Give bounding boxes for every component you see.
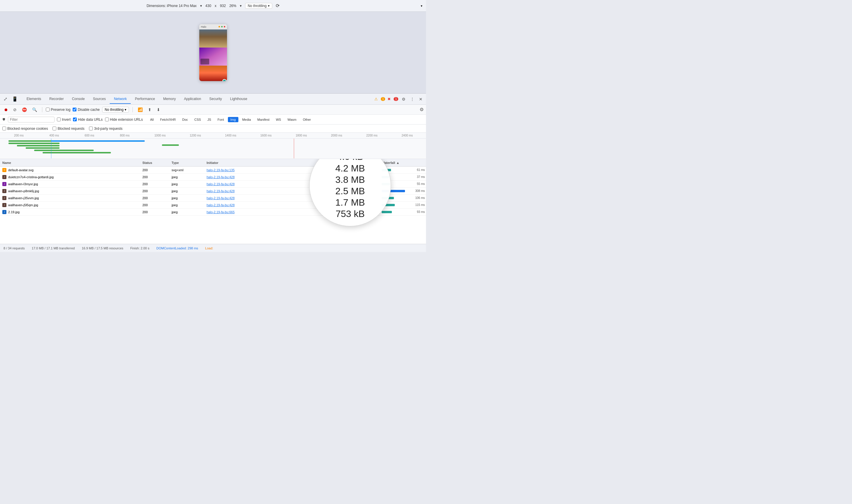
- dropdown-arrow-right[interactable]: ▾: [421, 4, 423, 7]
- search-btn[interactable]: 🔍: [31, 106, 38, 113]
- td-waterfall-5: 106 ms: [379, 195, 426, 201]
- td-initiator-2[interactable]: halo-2.19-fa-bu:428: [204, 175, 379, 179]
- table-header: Name Status Type Initiator Waterfall ▲: [0, 159, 426, 166]
- tab-performance[interactable]: Performance: [131, 94, 159, 104]
- th-name[interactable]: Name: [0, 161, 140, 164]
- tab-security[interactable]: Security: [205, 94, 226, 104]
- ftype-img[interactable]: Img: [228, 117, 238, 122]
- blocked-requests-checkbox[interactable]: [53, 127, 56, 130]
- th-type[interactable]: Type: [169, 161, 204, 164]
- tab-elements[interactable]: Elements: [22, 94, 45, 104]
- download-btn[interactable]: ⬇: [155, 106, 162, 113]
- ftype-all[interactable]: All: [147, 117, 156, 122]
- phone-titlebar: Halo: [199, 24, 227, 30]
- network-settings-btn[interactable]: ⚙: [420, 107, 424, 112]
- td-initiator-4[interactable]: halo-2.19-fa-bu:428: [204, 189, 379, 193]
- preserve-log-check[interactable]: Preserve log: [46, 108, 70, 112]
- ftype-ws[interactable]: WS: [273, 117, 284, 122]
- filter-icon-btn[interactable]: ⛔: [20, 106, 28, 113]
- tab-lighthouse[interactable]: Lighthouse: [226, 94, 251, 104]
- third-party-checkbox[interactable]: [89, 127, 93, 130]
- filter-input[interactable]: [10, 118, 39, 122]
- invert-checkbox[interactable]: [57, 118, 61, 121]
- filter-input-wrap[interactable]: [8, 117, 55, 123]
- hide-ext-check[interactable]: Hide extension URLs: [105, 118, 143, 122]
- timeline: 200 ms 400 ms 600 ms 800 ms 1000 ms 1200…: [0, 133, 426, 159]
- disable-cache-input[interactable]: [73, 108, 76, 111]
- hide-ext-checkbox[interactable]: [105, 118, 109, 121]
- width-val: 430: [206, 4, 211, 8]
- disable-cache-check[interactable]: Disable cache: [73, 108, 100, 112]
- td-initiator-6[interactable]: halo-2.19-fa-bu:428: [204, 203, 379, 207]
- td-initiator-7[interactable]: halo-2.19-fa-bu:665: [204, 210, 379, 214]
- wifi-btn[interactable]: 📶: [136, 106, 144, 113]
- wf-bar-6: [381, 204, 395, 206]
- inspect-icon[interactable]: ⤢: [2, 95, 8, 103]
- th-status[interactable]: Status: [140, 161, 169, 164]
- ftype-font[interactable]: Font: [215, 117, 227, 122]
- table-row[interactable]: J wallhaven-j5l5qm.jpg 200 jpeg halo-2.1…: [0, 201, 426, 209]
- close-btn[interactable]: ✕: [418, 96, 424, 103]
- td-initiator-3[interactable]: halo-2.19-fa-bu:428: [204, 182, 379, 186]
- third-party-check[interactable]: 3rd-party requests: [89, 127, 122, 131]
- ftype-fetchxhr[interactable]: Fetch/XHR: [158, 117, 179, 122]
- td-name-7: J 2.19.jpg: [0, 210, 140, 214]
- table-row[interactable]: J wallhaven-j35vvm.jpg 200 jpeg halo-2.1…: [0, 195, 426, 201]
- clear-btn[interactable]: ⊘: [12, 106, 18, 113]
- throttle-select[interactable]: No throttling ▾: [102, 107, 129, 112]
- hide-data-urls-checkbox[interactable]: [73, 118, 77, 121]
- tab-application[interactable]: Application: [180, 94, 206, 104]
- td-initiator-5[interactable]: halo-2.19-fa-bu:428: [204, 196, 379, 200]
- tab-sources[interactable]: Sources: [89, 94, 110, 104]
- wf-bar-1: [381, 169, 391, 171]
- blocked-requests-check[interactable]: Blocked requests: [53, 127, 84, 131]
- waterfall-label: Waterfall: [381, 161, 395, 164]
- table-row[interactable]: J 2.19.jpg 200 jpeg halo-2.19-fa-bu:665 …: [0, 209, 426, 216]
- table-row[interactable]: J wallhaven-l3myxr.jpg 200 jpeg halo-2.1…: [0, 181, 426, 187]
- dom-content-line: [51, 139, 51, 158]
- tab-console[interactable]: Console: [68, 94, 89, 104]
- third-party-label: 3rd-party requests: [94, 127, 122, 131]
- top-bar-right[interactable]: ▾: [421, 4, 423, 7]
- td-type-1: svg+xml: [169, 168, 204, 172]
- wf-bar-4: [381, 190, 405, 192]
- more-btn[interactable]: ⋮: [409, 96, 415, 103]
- record-btn[interactable]: ⏺: [2, 106, 9, 113]
- dimensions-label: Dimensions: iPhone 14 Pro Max: [146, 4, 196, 8]
- td-status-3: 200: [140, 182, 169, 186]
- device-icon[interactable]: 📱: [11, 95, 19, 103]
- preserve-log-input[interactable]: [46, 108, 50, 111]
- x-label: x: [215, 4, 216, 8]
- ftype-css[interactable]: CSS: [192, 117, 204, 122]
- settings-btn[interactable]: ⚙: [401, 96, 407, 103]
- rotate-icon[interactable]: ⟳: [276, 3, 280, 8]
- table-row[interactable]: J duietczn7o4-cristina-gottardi.jpg 200 …: [0, 174, 426, 181]
- upload-btn[interactable]: ⬆: [146, 106, 153, 113]
- tab-network[interactable]: Network: [110, 94, 131, 104]
- fab-button[interactable]: [222, 79, 227, 81]
- throttle-dropdown[interactable]: No throttling ▾: [245, 3, 272, 9]
- th-waterfall[interactable]: Waterfall ▲: [379, 161, 426, 164]
- tab-memory[interactable]: Memory: [159, 94, 180, 104]
- ftype-other[interactable]: Other: [300, 117, 314, 122]
- th-initiator[interactable]: Initiator: [204, 161, 379, 164]
- tab-recorder[interactable]: Recorder: [45, 94, 68, 104]
- td-initiator-1[interactable]: halo-2.19-fa-bu:135: [204, 168, 379, 172]
- hide-data-urls-check[interactable]: Hide data URLs: [73, 118, 103, 122]
- file-icon-jpg-5: J: [2, 196, 6, 200]
- table-row[interactable]: J wallhaven-p8mk6j.jpg 200 jpeg halo-2.1…: [0, 187, 426, 195]
- ftype-doc[interactable]: Doc: [180, 117, 191, 122]
- td-name-6: J wallhaven-j5l5qm.jpg: [0, 203, 140, 207]
- blocked-cookies-check[interactable]: Blocked response cookies: [2, 127, 48, 131]
- blocked-cookies-checkbox[interactable]: [2, 127, 6, 130]
- dropdown-arrow-zoom[interactable]: ▾: [240, 4, 242, 8]
- td-waterfall-7: 93 ms: [379, 209, 426, 216]
- invert-check[interactable]: Invert: [57, 118, 71, 122]
- ftype-manifest[interactable]: Manifest: [255, 117, 272, 122]
- table-row[interactable]: S default-avatar.svg 200 svg+xml halo-2.…: [0, 166, 426, 174]
- ftype-media[interactable]: Media: [239, 117, 253, 122]
- ftype-js[interactable]: JS: [205, 117, 214, 122]
- td-waterfall-6: 115 ms: [379, 201, 426, 209]
- ftype-wasm[interactable]: Wasm: [285, 117, 299, 122]
- dropdown-arrow-dim[interactable]: ▾: [200, 4, 202, 8]
